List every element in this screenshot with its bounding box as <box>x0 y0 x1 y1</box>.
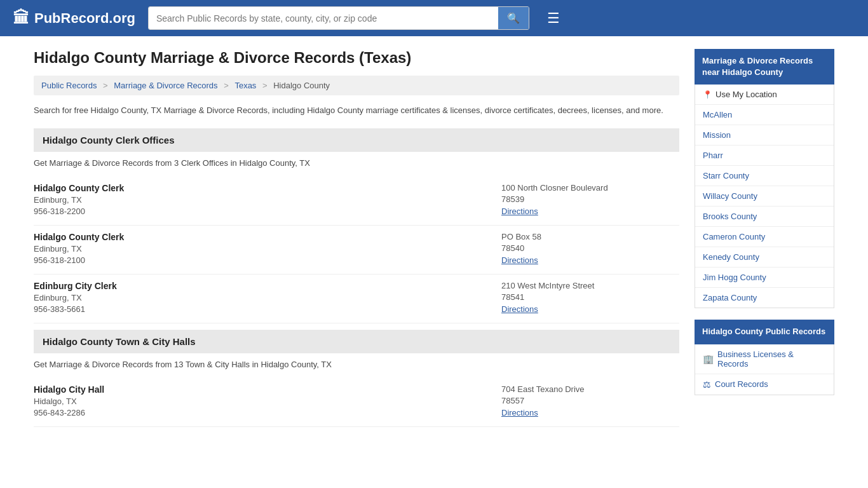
office-address: PO Box 58 <box>501 232 679 241</box>
logo-text: PubRecord.org <box>34 10 135 27</box>
office-address: 100 North Closner Boulevard <box>501 183 679 193</box>
office-address: 704 East Texano Drive <box>501 384 679 394</box>
breadcrumb-sep-3: > <box>262 81 269 90</box>
office-zip: 78557 <box>501 396 679 405</box>
search-button[interactable]: 🔍 <box>498 7 529 29</box>
record-label: Court Records <box>715 379 768 389</box>
sidebar-nearby-link[interactable]: Use My Location <box>695 85 834 104</box>
city-halls-desc: Get Marriage & Divorce Records from 13 T… <box>34 360 679 369</box>
office-city: Hidalgo, TX <box>34 396 501 406</box>
sidebar-nearby-link[interactable]: Brooks County <box>695 207 834 226</box>
sidebar-nearby-item: Brooks County <box>695 207 834 227</box>
sidebar-nearby-link[interactable]: Zapata County <box>695 288 834 308</box>
office-left: Hidalgo County Clerk Edinburg, TX 956-31… <box>34 183 501 216</box>
breadcrumb-hidalgo: Hidalgo County <box>273 81 330 90</box>
sidebar-records-list: 🏢Business Licenses & Records⚖Court Recor… <box>695 344 834 395</box>
office-right: 210 West McIntyre Street 78541 Direction… <box>501 281 679 314</box>
sidebar-nearby-link[interactable]: Mission <box>695 125 834 145</box>
sidebar-nearby-link[interactable]: McAllen <box>695 105 834 125</box>
office-zip: 78541 <box>501 292 679 302</box>
office-item: Edinburg City Clerk Edinburg, TX 956-383… <box>34 274 679 323</box>
sidebar-nearby-item: Use My Location <box>695 85 834 105</box>
search-input[interactable] <box>149 7 498 29</box>
sidebar-nearby-item: McAllen <box>695 105 834 125</box>
sidebar-nearby-item: Mission <box>695 125 834 146</box>
page-title: Hidalgo County Marriage & Divorce Record… <box>34 49 679 67</box>
office-phone: 956-318-2200 <box>34 207 501 216</box>
directions-link[interactable]: Directions <box>501 207 538 216</box>
sidebar-nearby-header: Marriage & Divorce Records near Hidalgo … <box>695 49 834 85</box>
clerk-offices-desc: Get Marriage & Divorce Records from 3 Cl… <box>34 158 679 168</box>
office-phone: 956-383-5661 <box>34 304 501 314</box>
clerk-offices-header: Hidalgo County Clerk Offices <box>34 128 679 152</box>
logo-icon: 🏛 <box>13 8 29 28</box>
sidebar-nearby-item: Starr County <box>695 166 834 186</box>
office-name: Hidalgo County Clerk <box>34 183 501 193</box>
office-zip: 78540 <box>501 243 679 253</box>
directions-link[interactable]: Directions <box>501 304 538 314</box>
office-city: Edinburg, TX <box>34 195 501 205</box>
clerk-offices-list: Hidalgo County Clerk Edinburg, TX 956-31… <box>34 177 679 323</box>
office-name: Edinburg City Clerk <box>34 281 501 291</box>
breadcrumb: Public Records > Marriage & Divorce Reco… <box>34 76 679 95</box>
sidebar-nearby-item: Cameron County <box>695 227 834 247</box>
office-zip: 78539 <box>501 194 679 204</box>
page-description: Search for free Hidalgo County, TX Marri… <box>34 104 679 117</box>
sidebar-nearby-item: Kenedy County <box>695 247 834 268</box>
record-icon: 🏢 <box>703 354 714 364</box>
sidebar-nearby-list: Use My LocationMcAllenMissionPharrStarr … <box>695 85 834 308</box>
record-icon: ⚖ <box>703 379 711 390</box>
office-name: Hidalgo City Hall <box>34 384 501 395</box>
office-item: Hidalgo County Clerk Edinburg, TX 956-31… <box>34 226 679 274</box>
office-right: PO Box 58 78540 Directions <box>501 232 679 265</box>
sidebar: Marriage & Divorce Records near Hidalgo … <box>695 49 834 427</box>
office-name: Hidalgo County Clerk <box>34 232 501 242</box>
breadcrumb-sep-1: > <box>103 81 110 90</box>
office-right: 704 East Texano Drive 78557 Directions <box>501 384 679 417</box>
office-item: Hidalgo County Clerk Edinburg, TX 956-31… <box>34 177 679 226</box>
content-area: Hidalgo County Marriage & Divorce Record… <box>34 49 679 427</box>
sidebar-public-records-header: Hidalgo County Public Records <box>695 320 834 344</box>
office-item: Hidalgo City Hall Hidalgo, TX 956-843-22… <box>34 378 679 427</box>
sidebar-record-item: 🏢Business Licenses & Records <box>695 344 834 374</box>
sidebar-nearby-link[interactable]: Kenedy County <box>695 247 834 267</box>
office-city: Edinburg, TX <box>34 293 501 302</box>
breadcrumb-texas[interactable]: Texas <box>234 81 256 90</box>
office-left: Edinburg City Clerk Edinburg, TX 956-383… <box>34 281 501 314</box>
office-right: 100 North Closner Boulevard 78539 Direct… <box>501 183 679 216</box>
site-header: 🏛 PubRecord.org 🔍 ☰ <box>0 0 868 36</box>
directions-link[interactable]: Directions <box>501 408 538 417</box>
sidebar-nearby-link[interactable]: Jim Hogg County <box>695 268 834 287</box>
office-city: Edinburg, TX <box>34 244 501 254</box>
sidebar-nearby-item: Willacy County <box>695 186 834 207</box>
sidebar-record-link[interactable]: 🏢Business Licenses & Records <box>703 349 826 369</box>
record-label: Business Licenses & Records <box>717 349 826 369</box>
office-phone: 956-843-2286 <box>34 408 501 417</box>
sidebar-nearby-item: Pharr <box>695 146 834 166</box>
search-bar: 🔍 <box>148 6 529 30</box>
sidebar-record-link[interactable]: ⚖Court Records <box>703 379 826 390</box>
city-halls-list: Hidalgo City Hall Hidalgo, TX 956-843-22… <box>34 378 679 427</box>
sidebar-nearby-item: Jim Hogg County <box>695 268 834 288</box>
sidebar-record-item: ⚖Court Records <box>695 374 834 395</box>
sidebar-nearby-link[interactable]: Willacy County <box>695 186 834 206</box>
sidebar-nearby-link[interactable]: Starr County <box>695 166 834 186</box>
office-left: Hidalgo City Hall Hidalgo, TX 956-843-22… <box>34 384 501 417</box>
city-halls-header: Hidalgo County Town & City Halls <box>34 330 679 353</box>
breadcrumb-public-records[interactable]: Public Records <box>41 81 97 90</box>
sidebar-nearby-link[interactable]: Cameron County <box>695 227 834 247</box>
site-logo[interactable]: 🏛 PubRecord.org <box>13 8 135 28</box>
sidebar-nearby-link[interactable]: Pharr <box>695 146 834 165</box>
menu-icon[interactable]: ☰ <box>547 10 560 27</box>
office-left: Hidalgo County Clerk Edinburg, TX 956-31… <box>34 232 501 265</box>
breadcrumb-marriage-divorce[interactable]: Marriage & Divorce Records <box>114 81 217 90</box>
office-phone: 956-318-2100 <box>34 255 501 265</box>
main-container: Hidalgo County Marriage & Divorce Record… <box>21 36 847 440</box>
breadcrumb-sep-2: > <box>224 81 231 90</box>
office-address: 210 West McIntyre Street <box>501 281 679 290</box>
directions-link[interactable]: Directions <box>501 255 538 265</box>
sidebar-nearby-item: Zapata County <box>695 288 834 308</box>
